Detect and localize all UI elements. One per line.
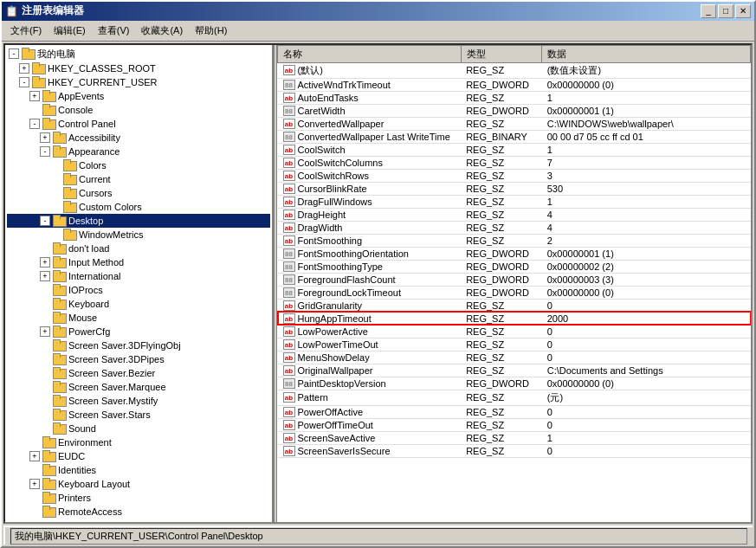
table-row[interactable]: ab GridGranularity REG_SZ 0 [278, 299, 751, 312]
tree-expander-desktop[interactable]: - [40, 216, 50, 226]
tree-label-identities: Identities [58, 465, 96, 475]
tree-item-hkcr[interactable]: +HKEY_CLASSES_ROOT [7, 61, 270, 75]
tree-item-screensavermarquee[interactable]: Screen Saver.Marquee [7, 380, 270, 394]
table-row[interactable]: ab (默认) REG_SZ (数值未设置) [278, 62, 751, 78]
tree-item-powercfg[interactable]: +PowerCfg [7, 325, 270, 338]
menu-view[interactable]: 查看(V) [93, 23, 135, 39]
tree-expander-appevents[interactable]: + [29, 91, 40, 101]
tree-expander-eudc[interactable]: + [29, 451, 40, 461]
table-row[interactable]: ab ConvertedWallpaper REG_SZ C:\WINDOWS\… [278, 117, 751, 130]
reg-type-cell: REG_DWORD [461, 260, 542, 273]
table-row[interactable]: ab OriginalWallpaper REG_SZ C:\Documents… [278, 364, 751, 377]
tree-item-environment[interactable]: Environment [7, 435, 270, 449]
tree-label-screensavermystify: Screen Saver.Mystify [68, 396, 158, 406]
table-row[interactable]: 88 ForegroundLockTimeout REG_DWORD 0x000… [278, 286, 751, 299]
tree-item-screensavermystify[interactable]: Screen Saver.Mystify [7, 394, 270, 408]
table-row[interactable]: ab HungAppTimeout REG_SZ 2000 [278, 312, 751, 325]
tree-item-mouse[interactable]: Mouse [7, 311, 270, 325]
tree-item-windowmetrics[interactable]: WindowMetrics [7, 228, 270, 242]
table-row[interactable]: ab CoolSwitch REG_SZ 1 [278, 143, 751, 156]
menu-favorites[interactable]: 收藏夹(A) [136, 23, 188, 39]
tree-expander-appearance[interactable]: - [40, 146, 50, 157]
tree-item-desktop[interactable]: -Desktop [7, 214, 270, 228]
tree-item-screensaver3pipes[interactable]: Screen Saver.3DPipes [7, 352, 270, 366]
tree-expander-keyboardlayout[interactable]: + [29, 479, 40, 489]
table-row[interactable]: ab LowPowerActive REG_SZ 0 [278, 325, 751, 338]
tree-item-keyboard[interactable]: Keyboard [7, 297, 270, 311]
tree-item-appearance[interactable]: -Appearance [7, 145, 270, 158]
folder-icon-screensavermystify [52, 395, 66, 407]
table-row[interactable]: ab CoolSwitchColumns REG_SZ 7 [278, 156, 751, 169]
tree-item-screensaver3d[interactable]: Screen Saver.3DFlyingObj [7, 338, 270, 352]
reg-entry-name: OriginalWallpaper [298, 365, 373, 376]
values-scroll[interactable]: 名称 类型 数据 ab (默认) REG_SZ (数值未设置) 88 Activ… [277, 45, 751, 522]
tree-item-eudc[interactable]: +EUDC [7, 449, 270, 463]
table-row[interactable]: ab AutoEndTasks REG_SZ 1 [278, 91, 751, 104]
tree-expander-controlpanel[interactable]: - [29, 119, 40, 129]
tree-item-sound[interactable]: Sound [7, 422, 270, 435]
tree-expander-inputmethod[interactable]: + [40, 257, 50, 268]
tree-item-dontload[interactable]: don't load [7, 242, 270, 255]
tree-expander-accessibility[interactable]: + [40, 132, 50, 143]
maximize-button[interactable]: □ [718, 4, 733, 18]
tree-item-identities[interactable]: Identities [7, 463, 270, 477]
tree-label-colors: Colors [79, 160, 107, 171]
tree-item-current[interactable]: Current [7, 172, 270, 186]
table-row[interactable]: ab PowerOffTimeOut REG_SZ 0 [278, 418, 751, 431]
tree-item-international[interactable]: +International [7, 269, 270, 283]
table-row[interactable]: 88 ConvertedWallpaper Last WriteTime REG… [278, 130, 751, 143]
tree-item-mypc[interactable]: -我的电脑 [7, 47, 270, 61]
table-row[interactable]: ab ScreenSaverIsSecure REG_SZ 0 [278, 444, 751, 457]
menu-help[interactable]: 帮助(H) [190, 23, 232, 39]
tree-expander-mypc[interactable]: - [9, 48, 19, 59]
table-row[interactable]: 88 CaretWidth REG_DWORD 0x00000001 (1) [278, 104, 751, 117]
table-row[interactable]: ab Pattern REG_SZ (元) [278, 390, 751, 405]
table-row[interactable]: ab FontSmoothing REG_SZ 2 [278, 234, 751, 247]
tree-panel[interactable]: -我的电脑+HKEY_CLASSES_ROOT-HKEY_CURRENT_USE… [5, 45, 274, 522]
folder-icon-colors [62, 159, 76, 171]
table-row[interactable]: 88 FontSmoothingType REG_DWORD 0x0000000… [278, 260, 751, 273]
tree-label-keyboardlayout: Keyboard Layout [58, 479, 130, 489]
tree-expander-hkcu[interactable]: - [19, 77, 29, 87]
tree-expander-international[interactable]: + [40, 271, 50, 281]
close-button[interactable]: ✕ [735, 4, 751, 18]
table-row[interactable]: ab ScreenSaveActive REG_SZ 1 [278, 431, 751, 444]
tree-item-cursors[interactable]: Cursors [7, 186, 270, 200]
table-row[interactable]: ab DragHeight REG_SZ 4 [278, 208, 751, 221]
table-row[interactable]: ab DragWidth REG_SZ 4 [278, 221, 751, 234]
minimize-button[interactable]: _ [701, 4, 716, 18]
tree-item-screenssaverbezier[interactable]: Screen Saver.Bezier [7, 366, 270, 380]
title-controls: _ □ ✕ [701, 4, 751, 18]
tree-label-appevents: AppEvents [58, 91, 104, 101]
table-row[interactable]: ab DragFullWindows REG_SZ 1 [278, 195, 751, 208]
menu-edit[interactable]: 编辑(E) [48, 23, 91, 39]
tree-item-accessibility[interactable]: +Accessibility [7, 131, 270, 145]
window-title: 注册表编辑器 [22, 3, 84, 18]
table-row[interactable]: ab CursorBlinkRate REG_SZ 530 [278, 182, 751, 195]
reg-name-cell: ab ConvertedWallpaper [278, 117, 462, 130]
tree-item-keyboardlayout[interactable]: +Keyboard Layout [7, 477, 270, 491]
tree-expander-hkcr[interactable]: + [19, 63, 29, 74]
tree-item-remoteaccess[interactable]: RemoteAccess [7, 505, 270, 519]
menu-file[interactable]: 文件(F) [5, 23, 47, 39]
tree-expander-powercfg[interactable]: + [40, 326, 50, 337]
table-row[interactable]: 88 PaintDesktopVersion REG_DWORD 0x00000… [278, 377, 751, 390]
table-row[interactable]: ab LowPowerTimeOut REG_SZ 0 [278, 338, 751, 351]
tree-item-printers[interactable]: Printers [7, 491, 270, 505]
table-row[interactable]: ab MenuShowDelay REG_SZ 0 [278, 351, 751, 364]
table-row[interactable]: 88 ForegroundFlashCount REG_DWORD 0x0000… [278, 273, 751, 286]
tree-item-ioprocs[interactable]: IOProcs [7, 283, 270, 297]
table-row[interactable]: ab PowerOffActive REG_SZ 0 [278, 405, 751, 418]
table-row[interactable]: 88 FontSmoothingOrientation REG_DWORD 0x… [278, 247, 751, 260]
tree-item-controlpanel[interactable]: -Control Panel [7, 117, 270, 131]
tree-item-appevents[interactable]: +AppEvents [7, 89, 270, 103]
tree-item-screensaverstars[interactable]: Screen Saver.Stars [7, 408, 270, 422]
table-row[interactable]: 88 ActiveWndTrkTimeout REG_DWORD 0x00000… [278, 78, 751, 91]
tree-item-customcolors[interactable]: Custom Colors [7, 200, 270, 214]
table-row[interactable]: ab CoolSwitchRows REG_SZ 3 [278, 169, 751, 182]
tree-item-hkcu[interactable]: -HKEY_CURRENT_USER [7, 75, 270, 89]
tree-item-colors[interactable]: Colors [7, 158, 270, 172]
tree-item-inputmethod[interactable]: +Input Method [7, 255, 270, 269]
tree-item-console[interactable]: Console [7, 103, 270, 117]
reg-type-cell: REG_SZ [461, 182, 542, 195]
